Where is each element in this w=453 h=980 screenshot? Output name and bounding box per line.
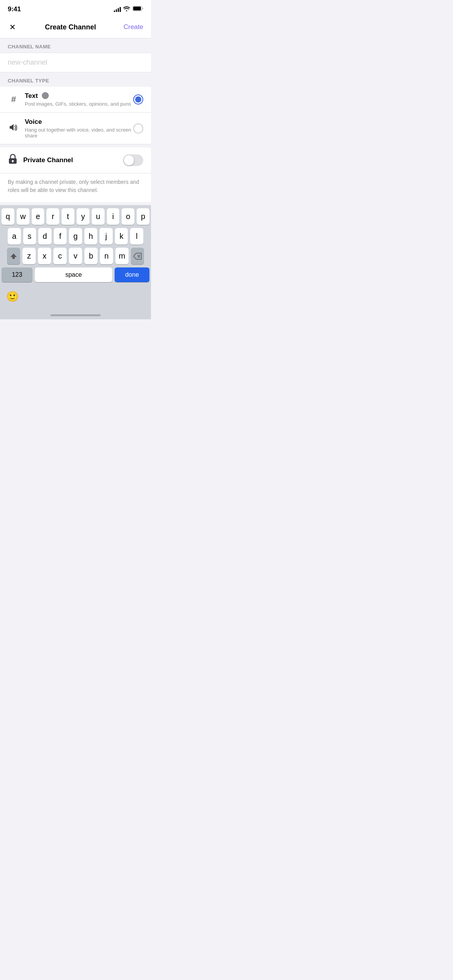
private-channel-label: Private Channel: [23, 156, 123, 164]
keyboard: q w e r t y u i o p a s d f g h j k l z …: [0, 205, 151, 287]
key-r[interactable]: r: [46, 208, 59, 225]
channel-name-input-row: [0, 53, 151, 72]
private-channel-toggle[interactable]: [123, 154, 143, 166]
keyboard-row-2: a s d f g h j k l: [2, 228, 149, 245]
key-n[interactable]: n: [100, 248, 113, 264]
private-channel-description: By making a channel private, only select…: [0, 173, 151, 202]
key-u[interactable]: u: [92, 208, 105, 225]
key-i[interactable]: i: [107, 208, 120, 225]
nav-bar: ✕ Create Channel Create: [0, 16, 151, 38]
radio-inner-dot: [135, 96, 141, 103]
emoji-button[interactable]: 🙂: [6, 291, 19, 303]
key-l[interactable]: l: [130, 228, 143, 245]
status-icons: [114, 6, 143, 13]
channel-name-label: CHANNEL NAME: [0, 38, 151, 53]
status-bar: 9:41: [0, 0, 151, 16]
key-q[interactable]: q: [2, 208, 14, 225]
channel-type-voice[interactable]: Voice Hang out together with voice, vide…: [0, 113, 151, 144]
page-title: Create Channel: [45, 23, 96, 31]
close-button[interactable]: ✕: [8, 21, 17, 33]
numbers-key[interactable]: 123: [2, 267, 33, 282]
key-g[interactable]: g: [69, 228, 82, 245]
create-button[interactable]: Create: [124, 23, 143, 31]
home-bar: [50, 314, 101, 316]
text-type-name: Text: [25, 92, 133, 100]
backspace-key[interactable]: [131, 248, 144, 264]
key-s[interactable]: s: [23, 228, 36, 245]
key-d[interactable]: d: [38, 228, 51, 245]
voice-type-name: Voice: [25, 118, 133, 126]
private-channel-section: Private Channel By making a channel priv…: [0, 147, 151, 202]
keyboard-row-3: z x c v b n m: [2, 248, 149, 264]
channel-type-label: CHANNEL TYPE: [0, 72, 151, 87]
svg-rect-1: [133, 7, 141, 10]
key-y[interactable]: y: [77, 208, 89, 225]
key-b[interactable]: b: [84, 248, 98, 264]
text-radio-button[interactable]: [133, 94, 143, 105]
lock-icon: [8, 154, 18, 167]
keyboard-row-bottom: 123 space done: [2, 267, 149, 282]
key-x[interactable]: x: [38, 248, 51, 264]
text-type-desc: Post images, GIFs, stickers, opinions, a…: [25, 101, 133, 107]
key-a[interactable]: a: [8, 228, 21, 245]
key-m[interactable]: m: [115, 248, 129, 264]
space-key[interactable]: space: [35, 267, 112, 282]
status-time: 9:41: [8, 5, 21, 13]
key-p[interactable]: p: [137, 208, 149, 225]
key-k[interactable]: k: [115, 228, 128, 245]
key-j[interactable]: j: [100, 228, 113, 245]
wifi-icon: [123, 6, 130, 13]
key-h[interactable]: h: [84, 228, 98, 245]
shift-key[interactable]: [7, 248, 20, 264]
svg-rect-4: [12, 161, 13, 163]
key-v[interactable]: v: [69, 248, 82, 264]
voice-radio-button[interactable]: [133, 123, 143, 134]
channel-type-section: # Text Post images, GIFs, stickers, opin…: [0, 87, 151, 144]
key-o[interactable]: o: [122, 208, 134, 225]
done-key[interactable]: done: [115, 267, 149, 282]
key-w[interactable]: w: [17, 208, 29, 225]
keyboard-row-1: q w e r t y u i o p: [2, 208, 149, 225]
signal-icon: [114, 7, 121, 12]
voice-type-desc: Hang out together with voice, video, and…: [25, 127, 133, 139]
private-channel-item: Private Channel: [0, 147, 151, 173]
home-indicator: [0, 312, 151, 319]
key-f[interactable]: f: [54, 228, 67, 245]
speaker-icon: [8, 123, 19, 134]
battery-icon: [132, 6, 143, 13]
hash-icon: #: [8, 94, 19, 105]
key-z[interactable]: z: [22, 248, 36, 264]
key-e[interactable]: e: [32, 208, 45, 225]
toggle-thumb: [124, 155, 134, 165]
channel-name-input[interactable]: [8, 58, 143, 67]
emoji-bar: 🙂: [0, 287, 151, 312]
tooltip-dot: [42, 92, 49, 99]
channel-type-text[interactable]: # Text Post images, GIFs, stickers, opin…: [0, 87, 151, 113]
key-t[interactable]: t: [62, 208, 74, 225]
key-c[interactable]: c: [53, 248, 67, 264]
